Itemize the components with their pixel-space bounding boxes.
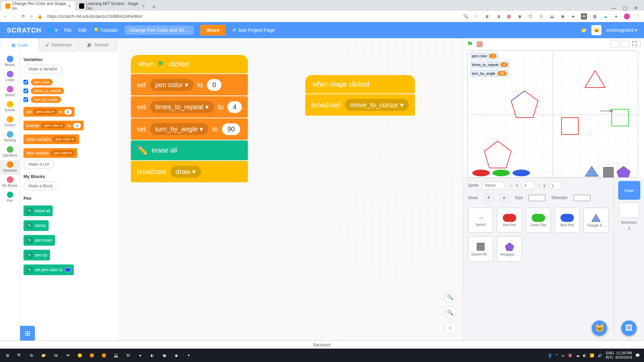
close-window-icon[interactable]: ✕: [634, 5, 638, 11]
forward-icon[interactable]: →: [12, 14, 17, 19]
hide-sprite-button[interactable]: ⊘: [499, 194, 509, 201]
show-variable-block[interactable]: show variablepen color ▾: [23, 134, 79, 144]
make-variable-button[interactable]: Make a Variable: [23, 65, 62, 73]
add-extension-button[interactable]: ⊞: [20, 326, 35, 341]
zoom-in-button[interactable]: 🔍: [444, 291, 456, 303]
set-block[interactable]: settimes_to_repeat ▾to4: [131, 96, 248, 118]
set-block[interactable]: setpen color ▾to0: [131, 74, 248, 96]
cat-events[interactable]: Events: [0, 100, 20, 115]
make-block-button[interactable]: Make a Block: [23, 182, 58, 190]
set-block[interactable]: setturn_by_angle ▾to90: [131, 118, 248, 140]
browser-tab-1[interactable]: Change Pen Color and Shape on ×: [1, 1, 75, 11]
broadcast-block[interactable]: broadcastmove_to_cursor ▾: [305, 94, 415, 116]
app-icon[interactable]: 🟠: [99, 350, 109, 361]
reload-icon[interactable]: ⟳: [21, 14, 25, 19]
see-project-button[interactable]: ↺ See Project Page: [232, 27, 275, 33]
clock[interactable]: ENG 11:28 PM INTL 6/25/2019: [606, 351, 632, 360]
notifications-icon[interactable]: 💬: [635, 353, 640, 358]
maximize-icon[interactable]: ▢: [623, 5, 627, 11]
cat-myblocks[interactable]: My Blocks: [0, 175, 20, 190]
fullscreen-button[interactable]: ⛶: [632, 41, 641, 48]
large-stage-button[interactable]: [621, 41, 630, 48]
backdrop-thumb[interactable]: [619, 202, 639, 218]
app-icon[interactable]: 💻: [111, 350, 121, 361]
ext-icon[interactable]: ◐: [484, 13, 490, 19]
stage-selector[interactable]: Stage: [618, 181, 640, 200]
color-swatch-icon[interactable]: [64, 267, 71, 272]
app-icon[interactable]: ✦: [183, 350, 194, 361]
globe-icon[interactable]: 🌐 ▾: [48, 27, 57, 33]
when-flag-clicked-block[interactable]: when clicked: [131, 55, 248, 73]
add-sprite-button[interactable]: 🐱: [592, 320, 607, 336]
ext-icon[interactable]: ▦: [592, 13, 598, 19]
erase-all-block[interactable]: ✏️erase all: [131, 140, 248, 160]
sprite-y-input[interactable]: [549, 181, 562, 189]
pen-up-block[interactable]: ✎pen up: [23, 250, 50, 260]
task-view-icon[interactable]: ⧉: [26, 350, 37, 361]
cat-control[interactable]: Control: [0, 115, 20, 130]
cat-looks[interactable]: Looks: [0, 69, 20, 84]
username[interactable]: evolvingmind ▾: [606, 27, 637, 33]
sprite-name-input[interactable]: [482, 181, 505, 189]
broadcast-block[interactable]: broadcastdraw ▾: [131, 161, 248, 182]
tab-code[interactable]: ▦ Code: [0, 38, 39, 52]
sprite-thumb[interactable]: →Sprite1: [468, 207, 493, 233]
pen-down-block[interactable]: ✎pen down: [23, 235, 55, 246]
var-checkbox[interactable]: [23, 88, 28, 93]
when-stage-clicked-block[interactable]: when stage clicked: [305, 75, 415, 94]
var-checkbox[interactable]: [23, 97, 28, 102]
store-icon[interactable]: 🛍: [50, 350, 61, 361]
set-variable-block[interactable]: setpen color ▾to0: [23, 107, 74, 117]
close-icon[interactable]: ×: [68, 3, 71, 9]
script-stack-1[interactable]: when clicked setpen color ▾to0 settimes_…: [131, 55, 248, 182]
file-explorer-icon[interactable]: 📁: [38, 350, 49, 361]
zoom-reset-button[interactable]: =: [444, 322, 456, 334]
app-icon[interactable]: ◐: [147, 350, 158, 361]
search-icon[interactable]: 🔍: [14, 350, 25, 361]
sprite-x-input[interactable]: [521, 181, 535, 189]
ext-icon[interactable]: ◎: [538, 13, 544, 19]
mail-icon[interactable]: ✉: [62, 350, 73, 361]
ext-icon[interactable]: ●: [613, 13, 619, 19]
stop-button[interactable]: [477, 41, 483, 47]
sprite-thumb[interactable]: Square Sh…: [468, 236, 493, 262]
variable-block[interactable]: turn_by_angle: [31, 96, 61, 103]
sprite-thumb[interactable]: Red Pen: [497, 207, 522, 233]
scratch-logo[interactable]: SCRATCH: [7, 26, 41, 34]
ext-icon[interactable]: ◉: [517, 13, 523, 19]
browser-tab-2[interactable]: Learning MIT Scratch : Stage Glo ×: [75, 1, 149, 11]
folder-icon[interactable]: 📁: [581, 27, 587, 33]
zoom-icon[interactable]: 🔍: [463, 13, 469, 19]
cat-variables[interactable]: Variables: [0, 160, 20, 175]
sprite-thumb[interactable]: Triangle S…: [583, 207, 609, 233]
new-tab-button[interactable]: +: [149, 4, 159, 11]
ext-icon[interactable]: W: [581, 13, 587, 19]
share-button[interactable]: Share: [200, 25, 225, 36]
blender-icon[interactable]: 🟠: [87, 350, 97, 361]
zoom-out-button[interactable]: 🔍: [444, 306, 456, 318]
file-menu[interactable]: File: [64, 27, 72, 33]
volume-icon[interactable]: 🔊: [598, 353, 602, 358]
show-sprite-button[interactable]: 👁: [484, 194, 493, 201]
change-variable-block[interactable]: changepen color ▾by1: [23, 121, 84, 130]
app-icon[interactable]: ▣: [159, 350, 170, 361]
cat-pen[interactable]: Pen: [0, 190, 20, 205]
ext-icon[interactable]: ☁: [602, 13, 608, 19]
wifi-icon[interactable]: 📶: [590, 353, 594, 358]
script-stack-2[interactable]: when stage clicked broadcastmove_to_curs…: [305, 75, 415, 116]
backpack-bar[interactable]: Backpack: [0, 341, 644, 349]
user-avatar[interactable]: 🐱: [591, 25, 601, 35]
ext-icon[interactable]: ◒: [549, 13, 555, 19]
sprite-size-input[interactable]: [529, 195, 545, 201]
cat-sensing[interactable]: Sensing: [0, 130, 20, 145]
ext-icon[interactable]: ⊡: [527, 13, 533, 19]
stamp-block[interactable]: ✎stamp: [23, 220, 49, 231]
stage-canvas[interactable]: pen color2 times_to_repeat4 turn_by_angl…: [467, 50, 638, 178]
url-field[interactable]: https://scratch.mit.edu/projects/3186641…: [47, 14, 458, 19]
tutorials-button[interactable]: 💡 Tutorials: [93, 27, 118, 33]
edit-menu[interactable]: Edit: [78, 27, 87, 33]
tab-sounds[interactable]: 🔊 Sounds: [78, 38, 117, 52]
cat-motion[interactable]: Motion: [0, 54, 20, 69]
ext-icon[interactable]: ●: [570, 13, 576, 19]
app-icon[interactable]: ●: [135, 350, 146, 361]
